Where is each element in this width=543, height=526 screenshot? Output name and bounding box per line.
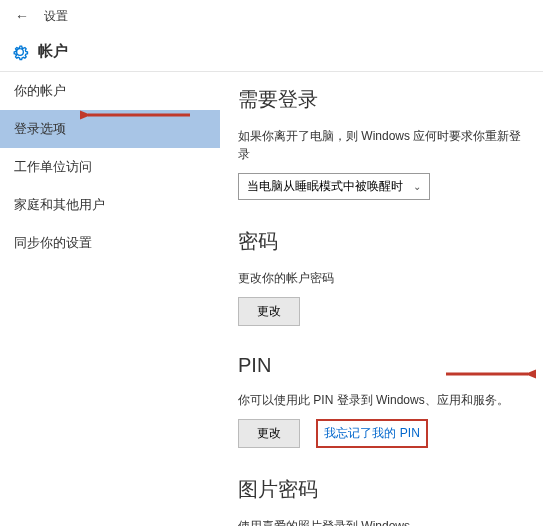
page-header: 帐户 <box>0 32 543 72</box>
titlebar: ← 设置 <box>0 0 543 32</box>
sidebar-item-family-users[interactable]: 家庭和其他用户 <box>0 186 220 224</box>
sidebar-item-work-access[interactable]: 工作单位访问 <box>0 148 220 186</box>
forgot-pin-link[interactable]: 我忘记了我的 PIN <box>316 419 427 448</box>
sidebar: 你的帐户 登录选项 工作单位访问 家庭和其他用户 同步你的设置 <box>0 72 220 526</box>
section-title: 密码 <box>238 228 525 255</box>
chevron-down-icon: ⌄ <box>413 181 421 192</box>
section-desc: 使用喜爱的照片登录到 Windows <box>238 517 525 526</box>
select-value: 当电脑从睡眠模式中被唤醒时 <box>247 178 403 195</box>
sidebar-item-label: 你的帐户 <box>14 83 66 98</box>
sidebar-item-label: 家庭和其他用户 <box>14 197 105 212</box>
sidebar-item-your-account[interactable]: 你的帐户 <box>0 72 220 110</box>
section-desc: 更改你的帐户密码 <box>238 269 525 287</box>
window-title: 设置 <box>44 8 68 25</box>
sidebar-item-sync-settings[interactable]: 同步你的设置 <box>0 224 220 262</box>
main-panel: 需要登录 如果你离开了电脑，则 Windows 应何时要求你重新登录 当电脑从睡… <box>220 72 543 526</box>
signin-when-select[interactable]: 当电脑从睡眠模式中被唤醒时 ⌄ <box>238 173 430 200</box>
section-pin: PIN 你可以使用此 PIN 登录到 Windows、应用和服务。 更改 我忘记… <box>238 354 525 448</box>
section-title: PIN <box>238 354 525 377</box>
gear-icon <box>10 42 30 62</box>
section-picture-password: 图片密码 使用喜爱的照片登录到 Windows 添加 <box>238 476 525 526</box>
sidebar-item-signin-options[interactable]: 登录选项 <box>0 110 220 148</box>
section-title: 需要登录 <box>238 86 525 113</box>
sidebar-item-label: 登录选项 <box>14 121 66 136</box>
section-desc: 如果你离开了电脑，则 Windows 应何时要求你重新登录 <box>238 127 525 163</box>
section-password: 密码 更改你的帐户密码 更改 <box>238 228 525 326</box>
change-pin-button[interactable]: 更改 <box>238 419 300 448</box>
change-password-button[interactable]: 更改 <box>238 297 300 326</box>
back-arrow-icon: ← <box>15 8 29 24</box>
section-signin-required: 需要登录 如果你离开了电脑，则 Windows 应何时要求你重新登录 当电脑从睡… <box>238 86 525 200</box>
sidebar-item-label: 工作单位访问 <box>14 159 92 174</box>
back-button[interactable]: ← <box>8 2 36 30</box>
sidebar-item-label: 同步你的设置 <box>14 235 92 250</box>
section-title: 图片密码 <box>238 476 525 503</box>
page-title: 帐户 <box>38 42 68 61</box>
section-desc: 你可以使用此 PIN 登录到 Windows、应用和服务。 <box>238 391 525 409</box>
